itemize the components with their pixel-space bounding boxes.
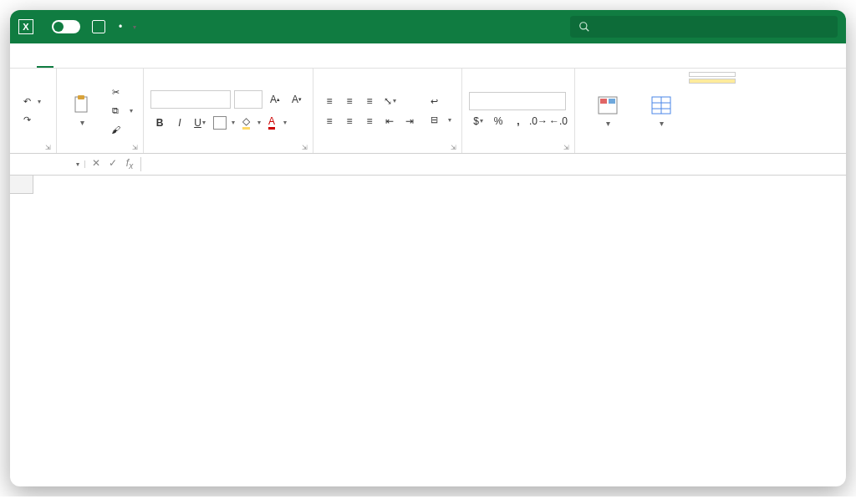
align-right-button[interactable]: ≡: [360, 112, 379, 130]
conditional-formatting-button[interactable]: ▾: [582, 72, 634, 151]
tab-help[interactable]: [166, 58, 182, 68]
cell-styles-gallery[interactable]: [689, 72, 736, 151]
formula-bar: ▾ ✕ ✓ fx: [10, 154, 846, 176]
group-label-alignment: [320, 150, 455, 151]
decrease-font-button[interactable]: A▾: [288, 90, 306, 109]
group-label-clipboard: [64, 150, 136, 151]
font-color-button[interactable]: A: [262, 114, 281, 132]
insert-function-button[interactable]: fx: [122, 157, 137, 171]
fill-color-button[interactable]: ◇: [237, 114, 255, 132]
worksheet[interactable]: [10, 176, 846, 194]
chevron-down-icon: ▾: [133, 23, 136, 31]
svg-rect-6: [609, 99, 615, 104]
enter-formula-button[interactable]: ✓: [105, 157, 120, 171]
name-box[interactable]: ▾: [10, 160, 85, 168]
title-bar: X • ▾: [10, 10, 846, 43]
group-label-undo: [17, 150, 49, 151]
group-alignment: ≡ ≡ ≡ ⤡▾ ≡ ≡ ≡ ⇤ ⇥ ↩ ⊟▾: [313, 69, 462, 153]
tab-data[interactable]: [110, 58, 127, 68]
group-styles: ▾ ▾: [575, 69, 742, 153]
chevron-down-icon: ▾: [76, 160, 79, 168]
align-top-button[interactable]: ≡: [320, 92, 339, 110]
wrap-text-button[interactable]: ↩: [424, 94, 455, 110]
svg-line-1: [586, 28, 589, 32]
copy-icon: ⧉: [109, 104, 122, 118]
merge-center-button[interactable]: ⊟▾: [424, 112, 455, 129]
group-font: A▴ A▾ B I U▾ ▾ ◇▾ A▾: [144, 69, 313, 153]
ribbon: ↶▾ ↷ ▾ ✂ ⧉▾ 🖌: [10, 69, 846, 154]
decrease-indent-button[interactable]: ⇤: [380, 112, 399, 130]
bold-button[interactable]: B: [150, 114, 169, 132]
excel-icon: X: [18, 19, 33, 34]
scissors-icon: ✂: [109, 86, 122, 99]
search-box[interactable]: [570, 16, 838, 38]
accounting-format-button[interactable]: $▾: [469, 112, 487, 130]
undo-button[interactable]: ↶▾: [17, 94, 44, 110]
tab-insert[interactable]: [55, 58, 72, 68]
group-label-font: [150, 150, 306, 151]
table-icon: [651, 95, 671, 115]
align-bottom-button[interactable]: ≡: [360, 92, 379, 110]
toggle-switch-icon[interactable]: [52, 20, 80, 33]
underline-button[interactable]: U▾: [191, 114, 209, 132]
cancel-formula-button[interactable]: ✕: [89, 157, 104, 171]
increase-decimal-button[interactable]: .0→: [529, 112, 548, 130]
tab-file[interactable]: [18, 58, 35, 68]
svg-rect-3: [78, 95, 84, 99]
increase-indent-button[interactable]: ⇥: [400, 112, 419, 130]
borders-button[interactable]: [213, 116, 227, 130]
workbook-title[interactable]: • ▾: [114, 21, 136, 33]
style-normal[interactable]: [689, 72, 736, 77]
decrease-decimal-button[interactable]: ←.0: [549, 112, 568, 130]
redo-button[interactable]: ↷: [17, 112, 44, 129]
font-size-combo[interactable]: [234, 90, 262, 109]
paintbrush-icon: 🖌: [109, 123, 122, 136]
cond-format-icon: [598, 95, 618, 115]
font-name-combo[interactable]: [150, 90, 231, 109]
tab-home[interactable]: [37, 56, 54, 68]
tab-view[interactable]: [147, 58, 164, 68]
merge-icon: ⊟: [427, 114, 441, 127]
align-middle-button[interactable]: ≡: [340, 92, 359, 110]
bucket-icon: ◇: [242, 115, 250, 130]
excel-window: X • ▾ ↶▾ ↷: [10, 10, 846, 486]
svg-point-0: [580, 23, 587, 29]
tab-page-layout[interactable]: [74, 58, 90, 68]
increase-font-button[interactable]: A▴: [266, 90, 284, 109]
tab-review[interactable]: [129, 58, 145, 68]
group-number: $▾ % , .0→ ←.0: [462, 69, 575, 153]
percent-format-button[interactable]: %: [489, 112, 507, 130]
svg-rect-5: [600, 99, 607, 104]
format-as-table-button[interactable]: ▾: [639, 72, 684, 151]
align-center-button[interactable]: ≡: [340, 112, 359, 130]
save-icon[interactable]: [92, 20, 105, 33]
group-label-number: [469, 150, 568, 151]
tab-formulas[interactable]: [92, 58, 109, 68]
chevron-down-icon: ▾: [80, 118, 84, 127]
orientation-button[interactable]: ⤡▾: [380, 92, 399, 110]
cut-button[interactable]: ✂: [105, 84, 136, 101]
copy-button[interactable]: ⧉▾: [105, 103, 136, 120]
italic-button[interactable]: I: [171, 114, 189, 132]
align-left-button[interactable]: ≡: [320, 112, 339, 130]
autosave-toggle[interactable]: [42, 20, 80, 33]
search-icon: [578, 21, 590, 33]
paste-button[interactable]: ▾: [64, 72, 100, 150]
clipboard-icon: [73, 94, 91, 115]
wrap-icon: ↩: [427, 95, 441, 109]
format-painter-button[interactable]: 🖌: [105, 121, 136, 138]
group-undo: ↶▾ ↷: [10, 69, 57, 153]
style-neutral[interactable]: [689, 79, 736, 84]
menu-bar: [10, 43, 846, 69]
select-all-corner[interactable]: [10, 176, 33, 194]
group-clipboard: ▾ ✂ ⧉▾ 🖌: [57, 69, 144, 153]
number-format-combo[interactable]: [469, 92, 566, 110]
comma-format-button[interactable]: ,: [509, 112, 527, 130]
